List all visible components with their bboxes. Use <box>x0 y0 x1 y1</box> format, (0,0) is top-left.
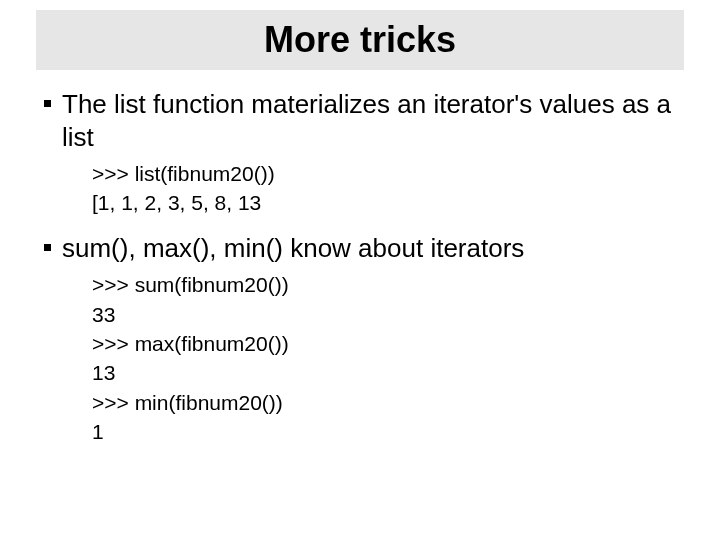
bullet-text: sum(), max(), min() know about iterators <box>62 233 524 263</box>
code-line: 33 <box>92 300 684 329</box>
bullet-item: sum(), max(), min() know about iterators <box>44 232 684 265</box>
code-line: >>> min(fibnum20()) <box>92 388 684 417</box>
code-line: 1 <box>92 417 684 446</box>
slide-title: More tricks <box>264 19 456 61</box>
code-line: [1, 1, 2, 3, 5, 8, 13 <box>92 188 684 217</box>
bullet-text: The list function materializes an iterat… <box>62 89 671 152</box>
code-line: 13 <box>92 358 684 387</box>
slide-content: The list function materializes an iterat… <box>44 88 684 461</box>
code-line: >>> max(fibnum20()) <box>92 329 684 358</box>
code-line: >>> sum(fibnum20()) <box>92 270 684 299</box>
code-block: >>> list(fibnum20()) [1, 1, 2, 3, 5, 8, … <box>92 159 684 218</box>
code-line: >>> list(fibnum20()) <box>92 159 684 188</box>
slide: More tricks The list function materializ… <box>0 0 720 540</box>
code-block: >>> sum(fibnum20()) 33 >>> max(fibnum20(… <box>92 270 684 446</box>
title-band: More tricks <box>36 10 684 70</box>
bullet-item: The list function materializes an iterat… <box>44 88 684 153</box>
